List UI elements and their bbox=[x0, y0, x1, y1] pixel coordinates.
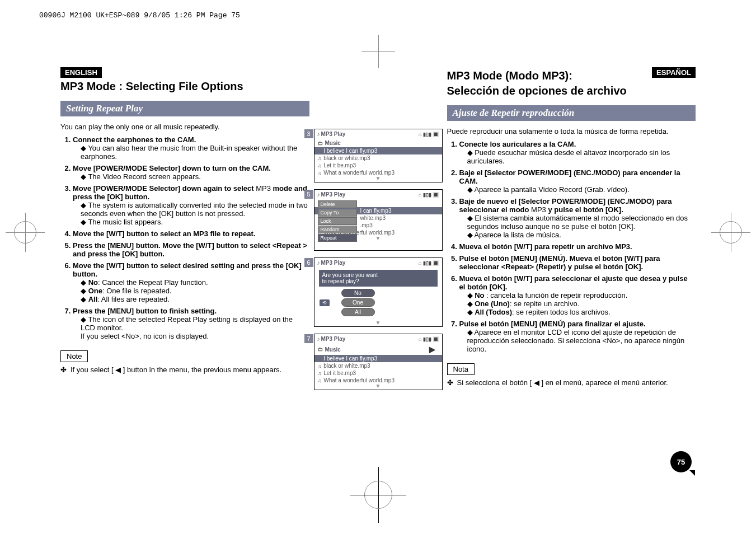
screen-6: 6 ♪MP3 Play⌂ ▮▯▮ 🔳 Are you sure you want… bbox=[314, 257, 443, 327]
screen-title: MP3 Play bbox=[321, 336, 346, 342]
right-subhead: Ajuste de Repetir reproducción bbox=[447, 105, 696, 121]
substep: Aparece en el monitor LCD el icono del a… bbox=[467, 328, 696, 353]
note-icon: ♪ bbox=[317, 260, 320, 266]
file-icon: ♫ bbox=[318, 156, 322, 161]
substep: All (Todos): se repiten todos los archiv… bbox=[467, 308, 696, 316]
crop-mark-bottom bbox=[350, 467, 406, 523]
option-all: All bbox=[341, 308, 375, 316]
substep: No: Cancel the Repeat Play function. bbox=[81, 278, 309, 287]
page-number-decoration bbox=[689, 470, 695, 476]
registration-mark-right bbox=[711, 213, 750, 252]
play-icon: ▶ bbox=[429, 345, 435, 354]
screen-7: 7 ♪MP3 Play⌂ ▮▯▮ 🔳 🗀Music▶ ♫I believe I … bbox=[314, 334, 443, 390]
lang-badge-es: ESPAÑOL bbox=[652, 67, 696, 78]
status-icons: ⌂ ▮▯▮ 🔳 bbox=[419, 336, 439, 342]
scroll-down-icon: ▼ bbox=[314, 176, 442, 182]
step-text: Baje de nuevo el [Selector POWER/MODE] (… bbox=[459, 197, 672, 214]
file-name: Let it be.mp3 bbox=[323, 370, 356, 376]
file-icon: ♫ bbox=[318, 371, 322, 376]
left-subhead: Setting Repeat Play bbox=[60, 101, 309, 116]
file-name: black or white.mp3 bbox=[323, 363, 370, 369]
screen-number: 7 bbox=[304, 334, 313, 343]
left-title: MP3 Mode : Selecting File Options bbox=[60, 80, 309, 93]
running-head: 00906J M2100 UK+ESP~089 9/8/05 1:26 PM P… bbox=[39, 11, 240, 20]
note-text: If you select [ ◀ ] button in the menu, … bbox=[60, 366, 309, 374]
menu-lock: Lock bbox=[318, 217, 357, 225]
left-column: ENGLISH MP3 Mode : Selecting File Option… bbox=[56, 67, 314, 390]
note-label: Nota bbox=[447, 363, 475, 375]
step-text: Connect the earphones to the CAM. bbox=[73, 135, 196, 144]
option-no: No bbox=[341, 289, 375, 297]
status-icons: ⌂ ▮▯▮ 🔳 bbox=[419, 260, 439, 266]
file-icon: ♫ bbox=[318, 170, 322, 176]
confirm-prompt: Are you sure you want to repeat play? bbox=[319, 270, 438, 287]
screen-title: MP3 Play bbox=[321, 191, 346, 198]
crop-mark-top bbox=[361, 35, 395, 68]
lang-badge-en: ENGLISH bbox=[60, 67, 102, 78]
file-name: black or white.mp3 bbox=[323, 155, 370, 161]
step-text: Move [POWER/MODE Selector] down to turn … bbox=[73, 164, 271, 172]
step-text: Press the [MENU] button to finish settin… bbox=[73, 307, 217, 315]
folder-icon: 🗀 bbox=[318, 346, 323, 352]
substep: The system is automatically converted in… bbox=[81, 201, 309, 218]
file-icon: ♫ bbox=[318, 363, 322, 369]
right-intro: Puede reproducir una solamente o toda la… bbox=[447, 127, 696, 137]
note-text: Si selecciona el botón [ ◀ ] en el menú,… bbox=[447, 378, 696, 387]
step-text: Move the [W/T] button to select desired … bbox=[73, 261, 302, 278]
menu-random: Random bbox=[318, 226, 357, 233]
scroll-down-icon: ▼ bbox=[314, 384, 442, 390]
file-icon: ♫ bbox=[318, 163, 322, 168]
note-icon: ♪ bbox=[317, 191, 320, 198]
scroll-down-icon: ▼ bbox=[314, 321, 442, 326]
substep: No : cancela la función de repetir repro… bbox=[467, 291, 696, 299]
substep: The Video Record screen appears. bbox=[81, 172, 309, 181]
screenshot-strip: 3 ♪MP3 Play⌂ ▮▯▮ 🔳 🗀Music ♫I believe I c… bbox=[314, 129, 443, 390]
screen-number: 3 bbox=[304, 129, 313, 138]
menu-delete: Delete bbox=[318, 200, 357, 208]
step-text: Mueva el botón [W/T] para repetir un arc… bbox=[459, 242, 632, 251]
folder-label: Music bbox=[325, 346, 341, 353]
substep: One: One file is repeated. bbox=[81, 287, 309, 295]
file-icon: ♫ bbox=[318, 356, 322, 362]
screen-title: MP3 Play bbox=[321, 260, 346, 266]
substep: Puede escuchar música desde el altavoz i… bbox=[467, 148, 696, 165]
file-icon: ♫ bbox=[318, 378, 322, 383]
status-icons: ⌂ ▮▯▮ 🔳 bbox=[419, 132, 439, 137]
note-label: Note bbox=[60, 350, 88, 362]
left-steps: Connect the earphones to the CAM. You ca… bbox=[60, 135, 309, 340]
page-number: 75 bbox=[670, 451, 692, 472]
file-name: What a wonderful world.mp3 bbox=[323, 170, 395, 176]
step-text: Pulse el botón [MENU] (MENÚ). Mueva el b… bbox=[459, 254, 660, 271]
folder-icon: 🗀 bbox=[318, 140, 323, 146]
substep: El sistema cambia automáticamente al mod… bbox=[467, 214, 696, 231]
file-name: I believe I can fly.mp3 bbox=[323, 355, 377, 362]
status-icons: ⌂ ▮▯▮ 🔳 bbox=[419, 192, 439, 198]
file-name: Let it be.mp3 bbox=[323, 162, 356, 168]
right-title-2: Selección de opciones de archivo bbox=[447, 85, 627, 97]
page-content: ENGLISH MP3 Mode : Selecting File Option… bbox=[56, 67, 700, 390]
context-menu: Delete Copy To Lock Random Repeat bbox=[318, 200, 357, 242]
substep: You can also hear the music from the Bui… bbox=[81, 144, 309, 161]
right-title-1: MP3 Mode (Modo MP3): bbox=[447, 69, 627, 82]
screen-5: 5 ♪MP3 Play⌂ ▮▯▮ 🔳 Delete Copy To Lock R… bbox=[314, 189, 443, 251]
step-text: Mueva el botón [W/T] para seleccionar el… bbox=[459, 274, 688, 291]
substep: The icon of the selected Repeat Play set… bbox=[81, 315, 309, 340]
menu-copyto: Copy To bbox=[318, 209, 357, 217]
substep: The music list appears. bbox=[81, 218, 309, 226]
substep: Aparece la pantalla Video Record (Grab. … bbox=[467, 185, 696, 194]
folder-label: Music bbox=[325, 140, 341, 146]
option-one: One bbox=[341, 298, 375, 307]
registration-mark-left bbox=[6, 213, 45, 252]
right-steps: Conecte los auriculares a la CAM. Puede … bbox=[447, 140, 696, 353]
substep: One (Uno): se repite un archivo. bbox=[467, 299, 696, 308]
step-text: Baje el [Selector POWER/MODE] (ENC./MODO… bbox=[459, 168, 680, 185]
screen-3: 3 ♪MP3 Play⌂ ▮▯▮ 🔳 🗀Music ♫I believe I c… bbox=[314, 129, 443, 182]
repeat-icon: ⟲ bbox=[319, 299, 330, 307]
file-name: I believe I can fly.mp3 bbox=[323, 148, 377, 154]
step-text: Move [POWER/MODE Selector] down again to… bbox=[73, 184, 307, 201]
menu-repeat: Repeat bbox=[318, 234, 357, 242]
screen-number: 5 bbox=[304, 190, 313, 199]
screen-title: MP3 Play bbox=[321, 131, 346, 137]
step-text: Pulse el botón [MENU] (MENÚ) para finali… bbox=[459, 320, 646, 328]
substep: All: All files are repeated. bbox=[81, 295, 309, 303]
